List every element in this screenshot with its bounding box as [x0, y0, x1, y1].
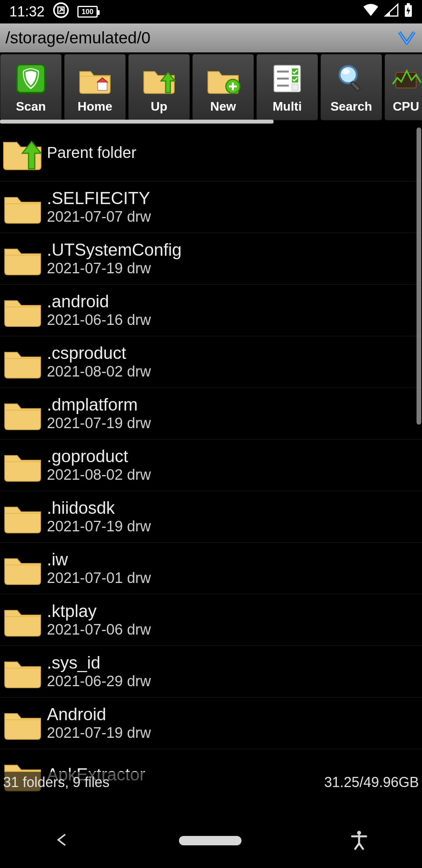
file-list[interactable]: Parent folder .SELFIECITY 2021-07-07 drw… [0, 124, 422, 798]
folder-name: .hiidosdk [47, 499, 151, 517]
home-folder-icon [77, 61, 113, 96]
multi-label: Multi [273, 99, 302, 114]
folder-icon [1, 650, 45, 694]
folder-meta: 2021-06-16 drw [47, 312, 151, 328]
new-label: New [210, 99, 236, 114]
folder-count: 31 folders, 9 files [3, 774, 109, 791]
path-bar[interactable]: /storage/emulated/0 [0, 23, 422, 52]
home-button[interactable]: Home [64, 54, 126, 120]
cpu-label: CPU [393, 99, 419, 114]
svg-rect-12 [292, 84, 298, 90]
accessibility-icon[interactable] [350, 830, 368, 851]
folder-icon [1, 443, 45, 487]
folder-icon [1, 495, 45, 539]
cpu-icon [388, 61, 422, 96]
folder-meta: 2021-08-02 drw [47, 363, 151, 380]
folder-name: .goproduct [47, 447, 151, 466]
status-app-icon [53, 2, 69, 22]
battery-100-icon: 100 [77, 6, 98, 18]
shield-scan-icon [13, 61, 48, 96]
folder-icon [1, 237, 45, 281]
multi-button[interactable]: Multi [256, 54, 318, 120]
folder-row[interactable]: .dmplatform 2021-07-19 drw [0, 388, 422, 439]
folder-meta: 2021-07-19 drw [47, 415, 151, 432]
android-nav-bar [0, 813, 422, 868]
folder-name: .android [47, 292, 151, 311]
cell-signal-icon [384, 4, 399, 20]
folder-name: .ktplay [47, 602, 151, 621]
status-clock: 11:32 [9, 4, 45, 20]
folder-icon [1, 340, 45, 384]
dropdown-chevron-icon[interactable] [397, 27, 417, 48]
scrollbar[interactable] [417, 127, 421, 425]
status-footer: 31 folders, 9 files 31.25/49.96GB [0, 772, 422, 793]
folder-row[interactable]: .UTSystemConfig 2021-07-19 drw [0, 233, 422, 285]
parent-folder-label: Parent folder [47, 144, 136, 161]
up-label: Up [151, 99, 168, 114]
folder-name: .csproduct [47, 344, 151, 362]
current-path: /storage/emulated/0 [5, 29, 150, 47]
folder-icon [1, 701, 45, 745]
folder-row[interactable]: .SELFIECITY 2021-07-07 drw [0, 181, 422, 233]
folder-row[interactable]: .goproduct 2021-08-02 drw [0, 439, 422, 491]
folder-row[interactable]: .ktplay 2021-07-06 drw [0, 594, 422, 646]
search-icon [334, 61, 369, 96]
folder-meta: 2021-08-02 drw [47, 466, 151, 483]
home-label: Home [78, 99, 113, 114]
folder-meta: 2021-07-06 drw [47, 621, 151, 638]
svg-rect-3 [407, 3, 410, 5]
folder-row[interactable]: .csproduct 2021-08-02 drw [0, 336, 422, 388]
folder-meta: 2021-07-19 drw [47, 260, 182, 277]
folder-meta: 2021-07-01 drw [47, 570, 151, 586]
up-button[interactable]: Up [128, 54, 190, 120]
scan-label: Scan [16, 99, 46, 114]
home-pill[interactable] [179, 836, 241, 845]
battery-charging-icon [404, 3, 413, 21]
folder-icon [1, 547, 45, 590]
back-icon[interactable] [54, 832, 70, 849]
parent-folder-icon [1, 131, 45, 174]
wifi-icon [363, 4, 379, 20]
folder-name: Android [47, 705, 151, 724]
svg-point-14 [342, 69, 350, 74]
scan-button[interactable]: Scan [0, 54, 62, 120]
parent-folder-row[interactable]: Parent folder [0, 124, 422, 181]
folder-meta: 2021-07-19 drw [47, 725, 151, 741]
svg-point-13 [340, 66, 357, 83]
new-folder-icon [206, 61, 241, 96]
folder-row[interactable]: .android 2021-06-16 drw [0, 285, 422, 336]
storage-usage: 31.25/49.96GB [324, 774, 419, 791]
cpu-button[interactable]: CPU [384, 54, 422, 120]
folder-name: .dmplatform [47, 395, 151, 414]
svg-rect-15 [350, 81, 361, 91]
folder-icon [1, 289, 45, 332]
search-button[interactable]: Search [320, 54, 382, 120]
new-button[interactable]: New [192, 54, 254, 120]
toolbar[interactable]: Scan Home Up New Multi Search CP [0, 52, 422, 124]
up-folder-icon [141, 61, 177, 96]
folder-name: .iw [47, 550, 151, 569]
multi-select-icon [270, 61, 305, 96]
folder-name: .sys_id [47, 653, 151, 672]
folder-name: .SELFIECITY [47, 189, 151, 208]
folder-row[interactable]: .hiidosdk 2021-07-19 drw [0, 491, 422, 543]
folder-icon [1, 185, 45, 229]
folder-row[interactable]: .iw 2021-07-01 drw [0, 543, 422, 594]
folder-name: .UTSystemConfig [47, 240, 182, 259]
folder-meta: 2021-06-29 drw [47, 673, 151, 690]
folder-row[interactable]: Android 2021-07-19 drw [0, 698, 422, 749]
folder-meta: 2021-07-07 drw [47, 208, 151, 225]
android-status-bar: 11:32 100 [0, 0, 422, 23]
folder-icon [1, 392, 45, 436]
folder-meta: 2021-07-19 drw [47, 518, 151, 535]
svg-point-17 [357, 831, 361, 835]
search-label: Search [331, 99, 372, 114]
folder-row[interactable]: .sys_id 2021-06-29 drw [0, 646, 422, 698]
folder-icon [1, 598, 45, 642]
